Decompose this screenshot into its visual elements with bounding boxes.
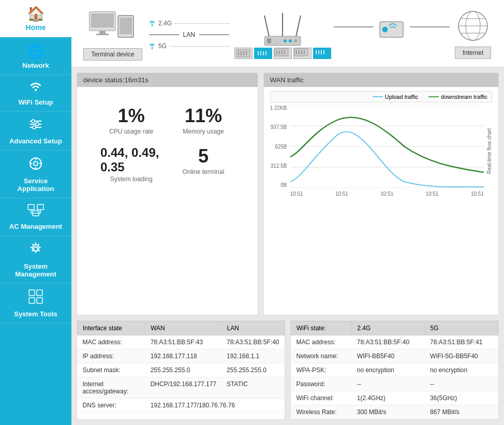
lan-label: LAN	[179, 31, 199, 38]
svg-rect-25	[96, 34, 109, 35]
y-axis-label: Real-time flow chart	[486, 105, 492, 197]
svg-point-35	[284, 39, 287, 42]
table-row: MAC address: 78:A3:51:BB:5F:40 78:A3:51:…	[291, 335, 498, 349]
x-label-1: 10:51	[290, 191, 303, 197]
y-max: 1.22KB	[270, 105, 287, 111]
load-value: 0.44, 0.49, 0.35	[100, 145, 162, 174]
sidebar-item-ac[interactable]: AC Management	[0, 198, 71, 236]
memory-value: 11%	[185, 105, 222, 127]
wifi-5g-label: 5G	[158, 42, 167, 50]
row-5g: 36(5GHz)	[425, 391, 498, 405]
main-content: Terminal device 2.4G LAN	[71, 0, 504, 425]
metrics-grid: 1% CPU usage rate 11% Memory usage 0.44,…	[85, 95, 250, 193]
internet-button[interactable]: Internet	[455, 47, 492, 59]
y-axis: 1.22KB 937.5B 625B 312.5B 0B	[270, 105, 290, 188]
sidebar-ac-label: AC Management	[9, 223, 62, 230]
sidebar-network-label: Network	[22, 62, 49, 69]
sidebar-item-advanced[interactable]: Advanced Setup	[0, 112, 71, 151]
row-24g: 1(2.4GHz)	[352, 391, 425, 405]
svg-point-6	[33, 126, 36, 129]
legend-upload: Upload traffic	[373, 94, 419, 100]
table-row: Subnet mask: 255.255.255.0 255.255.255.0	[78, 363, 285, 377]
terminal-metric: 5 Online terminal	[172, 145, 234, 183]
port-button-2	[254, 48, 272, 59]
advanced-icon	[28, 117, 43, 135]
wifi-state-card: WiFi state: 2.4G 5G MAC address: 78:A3:5…	[290, 320, 499, 420]
row-5g: --	[425, 377, 498, 391]
svg-point-37	[294, 39, 297, 42]
traffic-chart	[290, 105, 484, 188]
terminal-device-icon	[87, 9, 139, 46]
svg-rect-19	[29, 298, 35, 303]
row-label: Password:	[291, 377, 352, 391]
port-button-4	[293, 48, 312, 59]
legend-downstream: downstream traffic	[428, 94, 487, 100]
service-icon	[28, 156, 43, 175]
row-lan: 255.255.255.0	[221, 363, 284, 377]
x-label-4: 10:51	[426, 191, 439, 197]
row-5g: no encryption	[425, 363, 498, 377]
sidebar-item-network[interactable]: 🌐 Network	[0, 37, 71, 75]
sidebar-item-service[interactable]: Service Application	[0, 151, 71, 198]
svg-point-4	[32, 120, 35, 123]
svg-rect-18	[37, 290, 42, 296]
svg-point-0	[35, 89, 37, 91]
x-label-5: 10:51	[471, 191, 484, 197]
y-mid2: 625B	[275, 144, 287, 150]
x-label-3: 10:51	[380, 191, 393, 197]
row-lan: 78:A3:51:BB:5F:40	[221, 335, 284, 349]
cpu-value: 1%	[118, 105, 145, 127]
table-row: WPA-PSK: no encryption no encryption	[291, 363, 498, 377]
svg-line-30	[264, 16, 270, 39]
sidebar-item-system[interactable]: System Management	[0, 236, 71, 284]
y-min: 0B	[280, 182, 287, 188]
svg-point-28	[152, 25, 153, 26]
row-label: Wireless Rate:	[291, 405, 352, 419]
internet-icon	[455, 10, 491, 44]
sidebar-item-tools[interactable]: System Tools	[0, 284, 71, 324]
svg-rect-17	[29, 290, 35, 296]
device-status-header: device status:16m31s	[77, 73, 258, 87]
row-lan: STATIC	[221, 377, 284, 399]
y-mid1: 937.5B	[271, 124, 287, 130]
row-24g: WIFI-BB5F40	[352, 349, 425, 363]
svg-rect-9	[28, 204, 34, 210]
row-24g: 300 MBit/s	[352, 405, 425, 419]
sidebar-wifi-label: WiFi Setup	[18, 98, 53, 106]
legend-downstream-line	[428, 96, 439, 97]
row-label: Internet access/gateway:	[78, 377, 145, 399]
wifi-5g-icon	[149, 42, 155, 50]
chart-area: 10:51 10:51 10:51 10:51 10:51	[290, 105, 484, 197]
table-row: WiFi channel: 1(2.4GHz) 36(5GHz)	[291, 391, 498, 405]
row-label: WiFi channel:	[291, 391, 352, 405]
modem-icon	[377, 17, 406, 40]
load-label: System loading	[110, 175, 153, 183]
interface-state-header: Interface state	[78, 321, 145, 335]
tools-icon	[28, 289, 43, 308]
legend-downstream-label: downstream traffic	[441, 94, 487, 100]
row-label: Subnet mask:	[78, 363, 145, 377]
wifi-24g-label: 2.4G	[158, 20, 172, 27]
row-24g: --	[352, 377, 425, 391]
x-label-2: 10:51	[335, 191, 348, 197]
row-wan: 255.255.255.0	[145, 363, 221, 377]
table-row: MAC address: 78:A3:51:BB:5F:43 78:A3:51:…	[78, 335, 285, 349]
sidebar-item-wifi[interactable]: WiFi Setup	[0, 75, 71, 112]
row-5g: 78:A3:51:BB:5F:41	[425, 335, 498, 349]
row-wan: DHCP/192.168.177.177	[145, 377, 221, 399]
svg-rect-10	[37, 204, 43, 210]
row-label: Network name:	[291, 349, 352, 363]
terminal-value: 5	[198, 145, 209, 167]
port-button-1	[234, 48, 253, 59]
legend-upload-line	[373, 96, 383, 97]
terminal-device-button[interactable]: Terminal device	[83, 48, 142, 61]
sidebar-item-home[interactable]: 🏠 Home	[0, 0, 71, 37]
row-label: DNS server:	[78, 399, 145, 413]
svg-point-8	[34, 162, 38, 166]
cpu-metric: 1% CPU usage rate	[100, 105, 162, 135]
row-wan: 192.168.177.177/180.76.76.76	[145, 399, 285, 413]
router-icon	[259, 10, 306, 47]
row-lan: 192.168.1.1	[221, 349, 284, 363]
home-icon: 🏠	[27, 5, 45, 22]
table-row: Wireless Rate: 300 MBit/s 867 MBit/s	[291, 405, 498, 419]
